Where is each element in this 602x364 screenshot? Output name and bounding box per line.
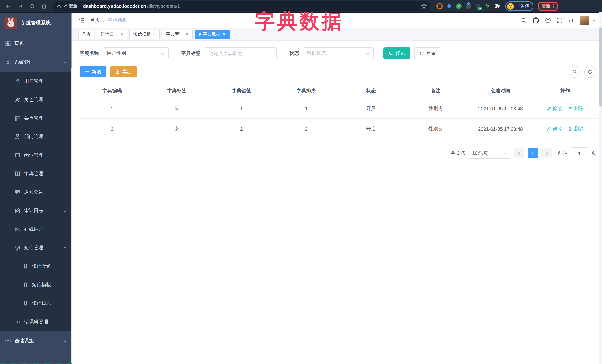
status-placeholder: 数据状态 <box>307 50 326 57</box>
font-size-icon[interactable]: TT <box>569 17 574 23</box>
sidebar-item-label: 部门管理 <box>24 133 43 140</box>
browser-update-button[interactable]: 更新 <box>538 2 558 10</box>
pagination-total: 共 2 条 <box>451 150 466 157</box>
sidebar-item-posts[interactable]: 岗位管理 <box>0 146 72 164</box>
back-icon[interactable] <box>4 1 13 11</box>
post-badge-icon <box>15 152 20 158</box>
goto-page-input[interactable] <box>571 147 588 159</box>
dict-tag-input[interactable] <box>208 50 273 56</box>
sidebar-item-online[interactable]: 在线用户 <box>0 220 72 239</box>
close-icon[interactable]: ✕ <box>120 32 123 36</box>
dict-data-table: 字典编码 字典标签 字典键值 字典排序 状态 备注 创建时间 操作 1 <box>80 83 598 139</box>
cell-remark: 性别男 <box>403 98 468 119</box>
sidebar-item-menus[interactable]: 菜单管理 <box>0 109 72 127</box>
user-avatar[interactable] <box>580 16 589 25</box>
dict-tag-input-wrap <box>204 47 277 59</box>
sidebar-item-infra[interactable]: 基础设施 <box>0 331 72 350</box>
sidebar-item-dicts[interactable]: 字典管理 <box>0 164 72 183</box>
status-select[interactable]: 数据状态 <box>303 47 374 59</box>
search-icon[interactable] <box>521 17 527 23</box>
refresh-table-button[interactable] <box>584 66 596 78</box>
col-remark: 备注 <box>403 83 468 98</box>
page-size-select[interactable]: 10条/页 <box>469 148 510 159</box>
sidebar-item-sms[interactable]: 短信管理 <box>0 239 72 257</box>
toggle-search-button[interactable] <box>569 66 580 78</box>
online-user-icon <box>15 227 20 232</box>
users-icon <box>15 97 20 102</box>
tab-dict-data[interactable]: 字典数据 ✕ <box>195 30 229 39</box>
search-button[interactable]: 搜索 <box>383 47 410 59</box>
sidebar-item-label: 审计日志 <box>24 207 43 214</box>
add-button[interactable]: 新增 <box>80 66 106 77</box>
status-label: 状态 <box>289 50 299 57</box>
sidebar-item-roles[interactable]: 角色管理 <box>0 90 72 109</box>
tab-dict-manage[interactable]: 字典管理 ✕ <box>162 30 193 39</box>
sidebar-item-system[interactable]: 系统管理 <box>0 52 72 72</box>
tab-sms-log[interactable]: 短信日志 ✕ <box>97 30 127 39</box>
dict-name-select[interactable]: 用户性别 <box>103 47 169 59</box>
dashboard-icon <box>5 40 11 46</box>
close-icon[interactable]: ✕ <box>185 32 189 36</box>
tab-home[interactable]: 首页 <box>78 30 95 39</box>
prev-page-button[interactable] <box>514 148 524 158</box>
extension-orange-ring-icon[interactable] <box>436 3 443 9</box>
reload-icon[interactable] <box>27 1 37 11</box>
sidebar-item-errcode[interactable]: 错误码管理 <box>0 312 72 331</box>
sidebar-item-audit[interactable]: 审计日志 <box>0 201 72 220</box>
forward-icon[interactable] <box>16 1 25 11</box>
extension-on-badge-icon[interactable] <box>475 3 481 9</box>
close-icon[interactable]: ✕ <box>223 32 226 36</box>
sidebar-item-notices[interactable]: 通知公告 <box>0 183 72 201</box>
sidebar-item-sms-channel[interactable]: 短信渠道 <box>0 257 72 275</box>
close-icon[interactable]: ✕ <box>153 32 156 36</box>
extension-green-check-icon[interactable] <box>456 3 462 9</box>
sidebar-collapse-icon[interactable] <box>78 17 85 24</box>
help-icon[interactable] <box>545 17 551 23</box>
delete-link[interactable]: 删除 <box>568 125 584 132</box>
extension-sprout-icon[interactable] <box>484 3 491 9</box>
export-button[interactable]: 导出 <box>110 66 137 77</box>
sidebar-item-label: 岗位管理 <box>24 152 43 158</box>
sidebar-item-label: 系统管理 <box>14 59 34 65</box>
sidebar-item-label: 角色管理 <box>24 96 43 103</box>
browser-profile-chip[interactable]: 已暂停 <box>505 1 533 11</box>
sidebar-item-home[interactable]: 首页 <box>0 33 72 52</box>
fullscreen-icon[interactable] <box>557 17 563 23</box>
extensions-puzzle-icon[interactable] <box>494 3 501 9</box>
chevron-left-icon <box>517 151 521 155</box>
delete-link[interactable]: 删除 <box>568 105 584 112</box>
tab-sms-template[interactable]: 短信模板 ✕ <box>129 30 160 39</box>
export-button-label: 导出 <box>122 69 132 75</box>
home-icon[interactable] <box>39 1 49 11</box>
col-status: 状态 <box>339 83 403 98</box>
edit-link[interactable]: 修改 <box>547 105 562 112</box>
table-header-row: 字典编码 字典标签 字典键值 字典排序 状态 备注 创建时间 操作 <box>80 83 598 98</box>
address-bar[interactable]: 不安全 dashboard.yudao.iocoder.cn /dict/typ… <box>53 1 430 11</box>
col-dict-code: 字典编码 <box>80 83 144 98</box>
page-scrollbar[interactable] <box>599 12 602 364</box>
app-logo[interactable]: 芋道管理系统 <box>0 13 72 33</box>
url-host: dashboard.yudao.iocoder.cn <box>83 3 146 9</box>
sidebar-item-users[interactable]: 用户管理 <box>0 72 72 90</box>
breadcrumb-home[interactable]: 首页 <box>90 17 100 24</box>
browser-menu-icon[interactable] <box>553 4 554 8</box>
page-number-1[interactable]: 1 <box>527 148 538 158</box>
sidebar-item-depts[interactable]: 部门管理 <box>0 127 72 146</box>
security-label: 不安全 <box>64 3 77 9</box>
code-icon <box>15 319 20 324</box>
cell-status: 开启 <box>339 98 403 119</box>
next-page-button[interactable] <box>541 148 552 158</box>
github-icon[interactable] <box>533 17 539 23</box>
reset-button[interactable]: 重置 <box>414 47 441 59</box>
sidebar-item-sms-log[interactable]: 短信日志 <box>0 294 72 312</box>
bookmark-star-icon[interactable] <box>421 3 427 9</box>
sidebar-item-sms-template[interactable]: 短信模板 <box>0 275 72 294</box>
cell-created: 2021-01-05 17:03:48 <box>468 98 533 119</box>
edit-link[interactable]: 修改 <box>547 125 562 132</box>
profile-paused-label: 已暂停 <box>516 3 529 9</box>
extension-bars-icon[interactable] <box>465 3 472 9</box>
extension-blue-gem-icon[interactable] <box>446 3 452 9</box>
sidebar-item-label: 短信模板 <box>32 281 51 288</box>
edit-link-label: 修改 <box>553 125 562 132</box>
caret-down-icon[interactable] <box>592 19 596 22</box>
